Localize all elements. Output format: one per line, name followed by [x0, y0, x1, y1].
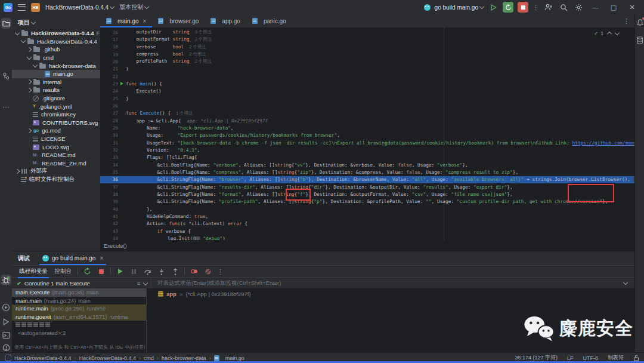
settings-gear-icon[interactable] [573, 2, 584, 13]
tree-item-README.md[interactable]: M↓README.md [12, 151, 100, 159]
lock-icon[interactable] [633, 355, 639, 361]
view-breakpoints-icon[interactable] [190, 267, 199, 276]
project-selector[interactable]: HackBrowserData-0.4.4 [45, 4, 114, 11]
status-breadcrumbs[interactable]: HackBrowserData-0.4.4›HackBrowserData-0.… [5, 355, 244, 361]
chevron-up-icon[interactable] [607, 32, 612, 36]
tree-chevron-icon[interactable] [27, 88, 32, 93]
evaluate-expression-input[interactable]: 对表达式求值(Enter)或添加监视(Ctrl+Shift+Enter) [151, 278, 634, 289]
tree-item-临时文件和控制台[interactable]: 临时文件和控制台 [12, 176, 100, 184]
stop-icon[interactable] [97, 267, 106, 276]
tree-chevron-icon[interactable] [27, 128, 32, 133]
tree-item-main.go[interactable]: main.go [12, 70, 100, 78]
breadcrumb-hack-browser-data[interactable]: hack-browser-data [162, 355, 206, 361]
vcs-selector[interactable]: 版本控制 [119, 3, 148, 11]
tree-item-HackBrowserData-0.4.4[interactable]: HackBrowserData-0.4.4F:\hack [12, 29, 100, 38]
rerun-icon[interactable] [83, 267, 92, 276]
code-line-29[interactable]: 29Name: "hack-browser-data", [100, 124, 634, 131]
stop-button[interactable] [518, 2, 528, 13]
tree-item-internal[interactable]: internal [12, 78, 100, 87]
code-line-28[interactable]: 28app := &cli.App{ app: *cli.App | 0x239… [100, 117, 634, 124]
file-encoding[interactable]: UTF-8 [583, 355, 599, 361]
tab-main.go[interactable]: main.go× [100, 14, 152, 27]
code-line-34[interactable]: 34&cli.BoolFlag{Name: "verbose", Aliases… [100, 161, 634, 168]
tree-item-hack-browser-data[interactable]: hack-browser-data [12, 61, 100, 70]
more-icon[interactable]: ⋮ [217, 269, 224, 275]
tree-chevron-icon[interactable] [15, 30, 20, 35]
code-line-32[interactable]: 32Version: "0.4.3", [100, 146, 634, 153]
code-line-36[interactable]: 36&cli.StringFlag{Name: "browser", Alias… [100, 176, 634, 183]
resume-icon[interactable] [116, 267, 125, 276]
tree-chevron-icon[interactable] [27, 54, 32, 59]
breadcrumb-cmd[interactable]: cmd [144, 355, 154, 361]
tree-item-results[interactable]: results [12, 86, 100, 94]
chevron-down-icon[interactable] [623, 280, 628, 285]
breadcrumb-HackBrowserData-0.4.4[interactable]: HackBrowserData-0.4.4 [14, 355, 72, 361]
code-line-42[interactable]: 42Action: func(c *cli.Context) error { [100, 220, 634, 227]
breadcrumb-HackBrowserData-0.4.4[interactable]: HackBrowserData-0.4.4 [79, 355, 137, 361]
code-line-19[interactable]: 19compress bool2 个用法 [100, 51, 634, 58]
tab-threads-variables[interactable]: 线程和变量 [18, 266, 49, 276]
tree-item-README_ZH.md[interactable]: M↓README_ZH.md [12, 159, 100, 168]
code-line-21[interactable]: 21) [100, 66, 634, 73]
code-line-30[interactable]: 30Usage: "Export passwords/cookies/histo… [100, 132, 634, 139]
tab-console[interactable]: 控制台 [54, 266, 73, 276]
code-line-35[interactable]: 35&cli.BoolFlag{Name: "compress", Aliase… [100, 168, 634, 176]
more-tool-windows-icon[interactable]: ⋯ [1, 101, 11, 112]
rerun-debug-button[interactable] [503, 2, 513, 13]
tree-item-chromiumKey[interactable]: chromiumKey [12, 110, 100, 119]
breadcrumb-main.go[interactable]: main.go [225, 355, 244, 361]
run-tool-icon[interactable] [1, 316, 11, 327]
code-line-33[interactable]: 33Flags: []cli.Flag{ [100, 154, 634, 161]
problems-tool-icon[interactable] [1, 342, 11, 353]
tree-item-go.mod[interactable]: gogo.mod [12, 127, 100, 135]
code-line-16[interactable]: 16outputDir string3 个用法 [100, 29, 634, 36]
code-line-18[interactable]: 18verbose bool2 个用法 [100, 44, 634, 51]
code-line-27[interactable]: 27func Execute() {1 个用法 [100, 110, 634, 117]
code-line-25[interactable]: 25} [100, 95, 634, 102]
line-ending[interactable]: LF [567, 355, 574, 361]
structure-tool-icon[interactable] [1, 70, 11, 81]
tree-item-HackBrowserData-0.4.4[interactable]: HackBrowserData-0.4.4 [12, 38, 100, 46]
tree-item-.gitignore[interactable]: .gitignore [12, 94, 100, 103]
tree-item-cmd[interactable]: cmd [12, 54, 100, 62]
tree-item-外部库[interactable]: 外部库 [12, 167, 100, 176]
run-button[interactable] [488, 2, 499, 13]
run-gutter-icon[interactable] [118, 82, 126, 85]
main-menu-icon[interactable] [18, 4, 26, 11]
code-line-44[interactable]: 44log.Init(l: "debug") [100, 235, 634, 240]
tree-item-CONTRIBUTORS.svg[interactable]: CONTRIBUTORS.svg [12, 119, 100, 127]
code-line-31[interactable]: 31UsageText: "[hack-browser-data -b chro… [100, 139, 634, 146]
step-over-icon[interactable] [143, 267, 152, 276]
code-line-23[interactable]: 23func main() { [100, 80, 634, 87]
tree-chevron-icon[interactable] [15, 169, 20, 174]
frame-<autogenerated>:2[interactable]: <autogenerated>:2 [12, 329, 146, 337]
code-line-20[interactable]: 20profilePath string2 个用法 [100, 58, 634, 65]
tree-item-.github[interactable]: .github [12, 45, 100, 54]
code-with-me-icon[interactable] [543, 2, 554, 13]
tab-panic.go[interactable]: panic.go [246, 14, 292, 27]
frame-main.main[interactable]: main.main(main.go:24)main [12, 297, 146, 305]
chevron-down-icon[interactable] [615, 30, 620, 35]
tree-item-.golangci.yml[interactable]: Y.golangci.yml [12, 102, 100, 110]
inspections-widget[interactable]: ✓ 1 [594, 30, 619, 36]
close-button[interactable]: ✕ [625, 4, 639, 11]
editor-tab-options-icon[interactable]: ⋮ [623, 18, 634, 24]
minimize-button[interactable]: — [588, 4, 602, 11]
tree-chevron-icon[interactable] [33, 63, 38, 67]
mute-breakpoints-icon[interactable] [203, 267, 212, 276]
code-line-17[interactable]: 17outputFormat string2 个用法 [100, 36, 634, 43]
code-line-43[interactable]: 43if verbose { [100, 227, 634, 235]
search-icon[interactable] [558, 2, 569, 13]
terminal-tool-icon[interactable] [1, 330, 11, 340]
frame-runtime.main[interactable]: runtime.main(proc.go:250)runtime [12, 304, 146, 313]
close-icon[interactable]: × [100, 255, 103, 262]
code-line-41[interactable]: 41HideHelpCommand: true, [100, 213, 634, 220]
debug-tool-icon[interactable] [1, 275, 11, 285]
project-panel-header[interactable]: 项目 [12, 14, 100, 29]
code-line-37[interactable]: 37&cli.StringFlag{Name: "results-dir", A… [100, 183, 634, 190]
tree-item-LOGO.svg[interactable]: LOGO.svg [12, 143, 100, 151]
more-actions-icon[interactable]: ⋮ [532, 4, 539, 10]
debug-session-tab[interactable]: go build main.go × [37, 251, 109, 265]
code-line-22[interactable]: 22 [100, 73, 634, 80]
frame-main.Execute[interactable]: main.Execute(main.go:36)main [12, 288, 146, 297]
